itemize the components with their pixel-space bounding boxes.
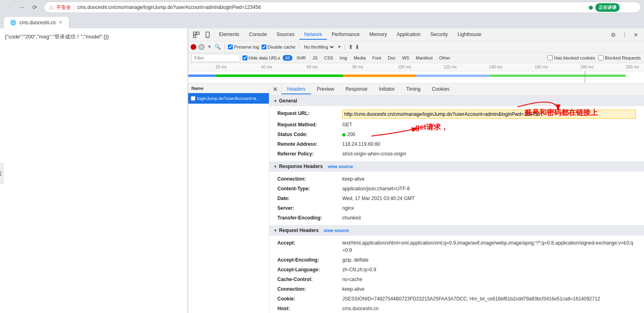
detail-panel: ✕ Headers Preview Response Initiator Tim… — [269, 83, 644, 313]
stop-button[interactable]: ⊘ — [199, 44, 204, 50]
svg-rect-1 — [193, 35, 196, 38]
tab-close-icon[interactable]: ✕ — [59, 20, 62, 25]
req-accept-value: text/html,application/xhtml+xml,applicat… — [342, 239, 636, 254]
filter-tag-css[interactable]: CSS — [322, 55, 336, 61]
back-button[interactable]: ← — [3, 2, 15, 13]
detail-tab-initiator[interactable]: Initiator — [373, 85, 400, 94]
devtools-tabs: Elements Console Sources Network Perform… — [214, 30, 607, 40]
detail-tab-cookies[interactable]: Cookies — [426, 85, 455, 94]
detail-close-button[interactable]: ✕ — [269, 83, 281, 96]
more-icon[interactable]: ⋮ — [620, 30, 629, 40]
detail-tab-timing[interactable]: Timing — [400, 85, 426, 94]
search-icon[interactable]: 🔍 — [215, 44, 221, 50]
filter-input[interactable] — [191, 54, 240, 62]
request-headers-section-header[interactable]: ▼ Request Headers view source — [269, 225, 644, 236]
filter-tag-all[interactable]: All — [283, 55, 292, 61]
tab-sources[interactable]: Sources — [272, 30, 299, 40]
request-item-0[interactable]: loginJump.do?userAccount=a... — [188, 93, 269, 104]
req-cookie-value: JSESSIONID=74827544B0723FD23215A25FAA3A7… — [342, 295, 636, 302]
forward-button[interactable]: → — [16, 2, 28, 13]
address-bar[interactable]: ⚠ 不安全 | cms.duoceshi.cn/cms/manage/login… — [44, 2, 641, 13]
tab-application[interactable]: Application — [392, 30, 425, 40]
marker-160ms: 160 ms — [535, 65, 548, 69]
marker-100ms: 100 ms — [398, 65, 411, 69]
disable-cache-checkbox[interactable] — [262, 45, 266, 49]
filter-tag-ws[interactable]: WS — [399, 55, 412, 61]
request-view-source-link[interactable]: view source — [324, 228, 349, 233]
req-host-value: cms.duoceshi.cn — [342, 305, 636, 312]
response-view-source-link[interactable]: view source — [328, 164, 353, 169]
sidebar-toggle[interactable]: ☰ — [0, 164, 3, 184]
tab-lighthouse[interactable]: Lighthouse — [453, 30, 486, 40]
filter-tag-font[interactable]: Font — [370, 55, 384, 61]
reload-button[interactable]: ⟳ — [29, 2, 41, 13]
tab-memory[interactable]: Memory — [365, 30, 392, 40]
request-checkbox-0[interactable] — [191, 96, 195, 101]
has-blocked-cookies-checkbox[interactable] — [547, 55, 553, 60]
response-headers-section-header[interactable]: ▼ Response Headers view source — [269, 161, 644, 172]
resp-content-type-row: Content-Type: application/json;charset=U… — [277, 184, 636, 194]
filter-tag-media[interactable]: Media — [351, 55, 368, 61]
svg-point-4 — [207, 36, 208, 37]
detail-tab-preview[interactable]: Preview — [311, 85, 340, 94]
req-accept-row: Accept: text/html,application/xhtml+xml,… — [277, 238, 636, 255]
hide-data-urls-checkbox[interactable] — [243, 55, 247, 60]
inspect-icon[interactable] — [191, 30, 201, 40]
resp-connection-row: Connection: keep-alive — [277, 174, 636, 184]
req-cache-control-key: Cache-Control: — [277, 276, 342, 283]
security-label: 不安全 — [56, 4, 71, 11]
page-content: {"code":"200","msg":"登录成功！","model":{}} … — [0, 28, 644, 313]
marker-40ms: 40 ms — [261, 65, 272, 69]
general-section-content: Request URL: http://cms.duoceshi.cn/cms/… — [269, 106, 644, 161]
detail-tab-response[interactable]: Response — [340, 85, 373, 94]
timeline-cursor — [585, 71, 585, 83]
import-export: ⬆ ⬇ — [348, 44, 360, 50]
tab-performance[interactable]: Performance — [327, 30, 365, 40]
req-accept-encoding-value: gzip, deflate — [342, 256, 636, 264]
tab-elements[interactable]: Elements — [214, 30, 244, 40]
mobile-icon[interactable] — [203, 30, 213, 40]
devtools-panel: Elements Console Sources Network Perform… — [188, 28, 644, 313]
close-devtools-icon[interactable]: ✕ — [631, 30, 641, 40]
blocked-requests-checkbox[interactable] — [598, 55, 603, 60]
filter-tag-js[interactable]: JS — [310, 55, 320, 61]
detail-tab-headers[interactable]: Headers — [281, 85, 311, 94]
timeline-markers: 20 ms 40 ms 60 ms 80 ms 100 ms 120 ms 14… — [188, 63, 644, 71]
download-icon[interactable]: ⬇ — [355, 44, 360, 50]
filter-row: Hide data URLs All XHR JS CSS Img Media … — [188, 53, 644, 63]
tab-bar: 🌐 cms.duoceshi.cn ✕ — [0, 15, 644, 28]
request-view-source[interactable]: view source — [324, 228, 349, 233]
record-button[interactable] — [191, 44, 196, 50]
filter-tag-manifest[interactable]: Manifest — [413, 55, 435, 61]
filter-tag-xhr[interactable]: XHR — [294, 55, 308, 61]
response-view-source[interactable]: view source — [328, 164, 353, 169]
hide-data-urls-label[interactable]: Hide data URLs — [243, 55, 280, 60]
svg-rect-0 — [193, 32, 196, 34]
filter-toggle-icon[interactable]: ▼ — [207, 44, 212, 50]
network-main: Name loginJump.do?userAccount=a... ✕ Hea… — [188, 83, 644, 313]
throttle-arrow-icon: ▼ — [337, 45, 341, 49]
response-headers-section-title: Response Headers — [279, 164, 323, 169]
tab-security[interactable]: Security — [425, 30, 453, 40]
request-list: Name loginJump.do?userAccount=a... — [188, 83, 269, 313]
resp-content-type-value: application/json;charset=UTF-8 — [342, 185, 636, 192]
throttle-select[interactable]: No throttling — [303, 44, 335, 50]
divider-1 — [224, 44, 225, 50]
filter-tag-other[interactable]: Other — [437, 55, 453, 61]
tab-network[interactable]: Network — [299, 30, 327, 40]
filter-tag-img[interactable]: Img — [337, 55, 350, 61]
preserve-log-label[interactable]: Preserve log — [228, 45, 259, 49]
filter-tag-doc[interactable]: Doc — [385, 55, 398, 61]
tab-console[interactable]: Console — [244, 30, 272, 40]
general-section-header[interactable]: ▼ General — [269, 96, 644, 106]
blocked-requests-label[interactable]: Blocked Requests — [598, 55, 641, 60]
page-left: {"code":"200","msg":"登录成功！","model":{}} … — [0, 28, 188, 313]
preserve-log-checkbox[interactable] — [228, 45, 233, 49]
marker-120ms: 120 ms — [443, 65, 457, 69]
has-blocked-cookies-label[interactable]: Has blocked cookies — [547, 55, 595, 60]
settings-icon[interactable]: ⚙ — [608, 30, 618, 40]
active-tab[interactable]: 🌐 cms.duoceshi.cn ✕ — [3, 16, 69, 28]
disable-cache-label[interactable]: Disable cache — [262, 45, 296, 49]
upload-icon[interactable]: ⬆ — [348, 44, 353, 50]
request-headers-content: Accept: text/html,application/xhtml+xml,… — [269, 236, 644, 313]
